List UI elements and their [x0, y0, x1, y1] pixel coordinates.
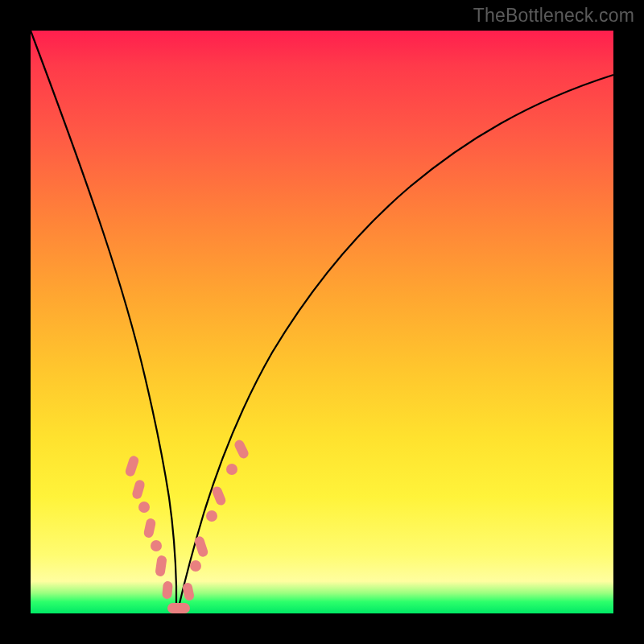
marker-point: [124, 455, 139, 477]
marker-point: [151, 540, 162, 551]
marker-point: [182, 582, 195, 601]
watermark-text: TheBottleneck.com: [473, 5, 634, 27]
curve-svg: [31, 31, 613, 613]
chart-plot-area: [31, 31, 613, 613]
marker-point: [167, 603, 190, 613]
marker-point: [143, 518, 157, 539]
marker-point: [206, 510, 217, 522]
marker-point: [226, 464, 237, 475]
chart-frame: TheBottleneck.com: [0, 0, 644, 644]
bottleneck-curve: [31, 31, 613, 613]
marker-point: [138, 502, 150, 513]
marker-point: [233, 439, 250, 460]
marker-point: [131, 479, 146, 500]
marker-point: [193, 535, 208, 558]
marker-point: [155, 555, 167, 576]
marker-point: [162, 581, 173, 600]
marker-point: [190, 560, 201, 572]
marker-point: [211, 485, 227, 507]
